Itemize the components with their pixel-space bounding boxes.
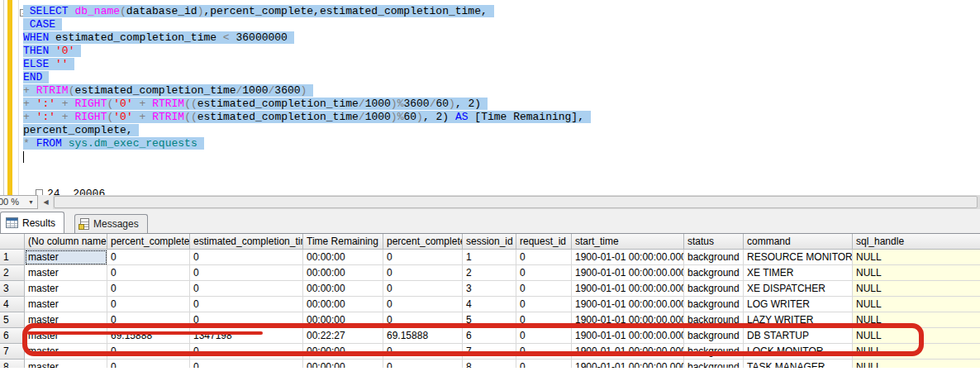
caret-line[interactable] — [23, 150, 591, 164]
grid-corner-cell[interactable] — [0, 234, 25, 250]
grid-cell[interactable]: 0 — [107, 250, 190, 265]
grid-cell[interactable]: 1900-01-01 00:00:00.000 — [572, 281, 684, 297]
scrollbar-thumb[interactable] — [54, 196, 978, 208]
code-collapse-icon-clipped[interactable] — [36, 189, 43, 195]
code-line[interactable]: END — [23, 71, 591, 84]
grid-cell[interactable]: 0 — [107, 281, 190, 297]
grid-cell[interactable]: 00:00:00 — [303, 344, 383, 360]
tab-results[interactable]: Results — [0, 212, 64, 233]
grid-cell[interactable]: 0 — [383, 265, 463, 281]
grid-cell[interactable]: 0 — [107, 344, 190, 360]
zoom-control[interactable]: 00 % ▼ — [0, 195, 38, 209]
code-line[interactable]: percent_complete, — [23, 124, 591, 137]
grid-cell[interactable]: LOCK MONITOR — [744, 344, 853, 360]
grid-cell[interactable]: 0 — [190, 312, 303, 328]
grid-cell[interactable]: 0 — [516, 281, 572, 297]
grid-cell[interactable]: 0 — [383, 250, 463, 265]
grid-cell[interactable]: NULL — [853, 250, 980, 265]
code-line[interactable]: CASE — [23, 18, 591, 31]
grid-cell[interactable]: NULL — [853, 344, 980, 360]
grid-cell[interactable]: NULL — [853, 328, 980, 344]
column-header[interactable]: percent_complete — [107, 234, 190, 250]
results-grid[interactable]: (No column name)percent_completeestimate… — [0, 234, 980, 381]
grid-cell[interactable]: 1347198 — [190, 328, 303, 344]
grid-cell[interactable]: 0 — [190, 344, 303, 360]
grid-cell[interactable]: NULL — [853, 281, 980, 297]
column-header[interactable]: command — [744, 234, 853, 250]
grid-cell[interactable]: 0 — [516, 344, 572, 360]
grid-cell[interactable]: RESOURCE MONITOR — [744, 250, 853, 265]
row-header[interactable]: 1 — [0, 250, 25, 265]
grid-cell[interactable]: 3 — [463, 281, 516, 297]
grid-cell[interactable]: 1900-01-01 00:00:00.000 — [572, 312, 684, 328]
grid-cell[interactable]: 0 — [107, 312, 190, 328]
column-header[interactable]: start_time — [572, 234, 684, 250]
row-header[interactable]: 5 — [0, 312, 25, 328]
grid-cell[interactable]: master — [25, 328, 107, 344]
grid-cell[interactable]: 6 — [463, 328, 516, 344]
column-header[interactable]: (No column name) — [25, 234, 107, 250]
grid-cell[interactable]: 4 — [463, 297, 516, 312]
grid-cell[interactable]: XE DISPATCHER — [744, 281, 853, 297]
row-header[interactable]: 4 — [0, 297, 25, 312]
grid-cell[interactable]: 5 — [463, 312, 516, 328]
column-header[interactable]: Time Remaining — [303, 234, 383, 250]
sql-editor[interactable]: - SELECT db_name(database_id),percent_co… — [0, 0, 980, 195]
column-header[interactable]: estimated_completion_time — [190, 234, 303, 250]
grid-cell[interactable]: 00:00:00 — [303, 265, 383, 281]
column-header[interactable]: percent_complete — [383, 234, 463, 250]
grid-cell[interactable]: NULL — [853, 265, 980, 281]
grid-cell[interactable]: 69.15888 — [107, 328, 190, 344]
grid-cell[interactable]: master — [25, 297, 107, 312]
grid-cell[interactable]: 1 — [463, 250, 516, 265]
grid-cell[interactable]: 0 — [190, 297, 303, 312]
grid-cell[interactable]: 0 — [383, 312, 463, 328]
grid-cell[interactable]: 1900-01-01 00:00:00.000 — [572, 265, 684, 281]
grid-cell[interactable]: 0 — [383, 297, 463, 312]
code-line[interactable]: + RTRIM(estimated_completion_time/1000/3… — [23, 84, 591, 98]
column-header[interactable]: sql_handle — [853, 234, 980, 250]
code-line[interactable]: * FROM sys.dm_exec_requests — [23, 137, 591, 150]
grid-cell[interactable]: 00:00:00 — [303, 297, 383, 312]
column-header[interactable]: status — [684, 234, 744, 250]
grid-cell[interactable]: background — [684, 297, 744, 312]
grid-cell[interactable]: 1900-01-01 00:00:00.000 — [572, 328, 684, 344]
grid-cell[interactable]: 0 — [383, 344, 463, 360]
grid-cell[interactable]: master — [25, 344, 107, 360]
row-header[interactable]: 6 — [0, 328, 25, 344]
grid-cell[interactable]: background — [684, 281, 744, 297]
grid-cell[interactable]: background — [684, 312, 744, 328]
grid-cell[interactable]: 0 — [190, 265, 303, 281]
column-header[interactable]: request_id — [516, 234, 572, 250]
row-header[interactable]: 7 — [0, 344, 25, 360]
grid-cell[interactable]: LOG WRITER — [744, 297, 853, 312]
grid-cell[interactable]: 00:00:00 — [303, 250, 383, 265]
grid-cell[interactable]: master — [25, 250, 107, 265]
grid-cell[interactable]: master — [25, 312, 107, 328]
grid-cell[interactable]: 00:00:00 — [303, 281, 383, 297]
scroll-left-arrow-icon[interactable]: ◀ — [39, 195, 53, 209]
grid-cell[interactable]: 00:22:27 — [303, 328, 383, 344]
grid-cell[interactable]: master — [25, 281, 107, 297]
code-line[interactable]: + ':' + RIGHT('0' + RTRIM((estimated_com… — [23, 111, 591, 124]
grid-cell[interactable]: 1900-01-01 00:00:00.000 — [572, 250, 684, 265]
grid-cell[interactable]: 0 — [190, 250, 303, 265]
code-line[interactable]: + ':' + RIGHT('0' + RTRIM((estimated_com… — [23, 98, 591, 111]
grid-cell[interactable]: background — [684, 344, 744, 360]
column-header[interactable]: session_id — [463, 234, 516, 250]
grid-cell[interactable]: 69.15888 — [383, 328, 463, 344]
horizontal-scrollbar[interactable]: ◀ — [39, 195, 980, 209]
code-line[interactable]: WHEN estimated_completion_time < 3600000… — [23, 31, 591, 45]
grid-cell[interactable]: 1900-01-01 00:00:00.000 — [572, 344, 684, 360]
clipped-code-line[interactable]: 24, 20006 — [47, 188, 105, 195]
grid-cell[interactable]: NULL — [853, 312, 980, 328]
grid-cell[interactable]: LAZY WRITER — [744, 312, 853, 328]
grid-cell[interactable]: 0 — [516, 312, 572, 328]
row-header[interactable]: 2 — [0, 265, 25, 281]
row-header[interactable]: 3 — [0, 281, 25, 297]
zoom-dropdown-arrow-icon[interactable]: ▼ — [26, 197, 36, 207]
grid-cell[interactable]: DB STARTUP — [744, 328, 853, 344]
grid-cell[interactable]: 0 — [107, 297, 190, 312]
grid-cell[interactable]: 1900-01-01 00:00:00.000 — [572, 297, 684, 312]
code-line[interactable]: THEN '0' — [23, 45, 591, 58]
